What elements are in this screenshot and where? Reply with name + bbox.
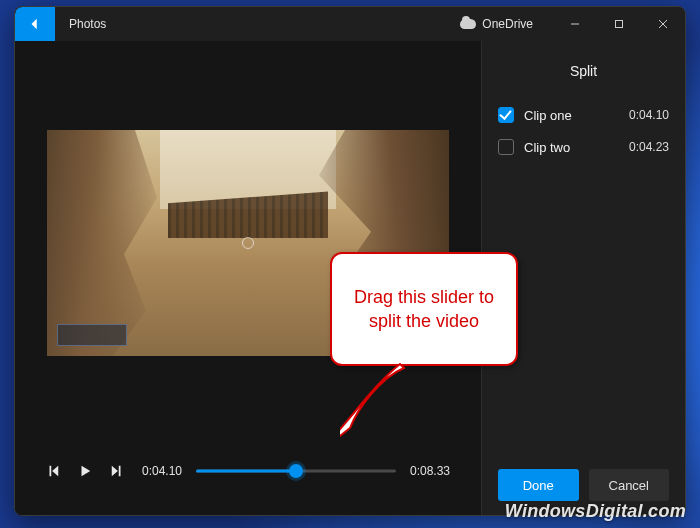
step-forward-icon	[110, 464, 124, 478]
play-icon	[78, 464, 92, 478]
watermark: WindowsDigital.com	[505, 501, 686, 522]
split-panel-buttons: Done Cancel	[498, 459, 669, 501]
prev-frame-button[interactable]	[42, 460, 64, 482]
arrow-left-icon	[28, 17, 42, 31]
clip-2-label: Clip two	[524, 140, 570, 155]
scene-cliff-left	[47, 130, 157, 356]
clip-2-checkbox[interactable]	[498, 139, 514, 155]
current-time: 0:04.10	[138, 464, 186, 478]
clip-1-time: 0:04.10	[629, 108, 669, 122]
split-panel-title: Split	[498, 55, 669, 99]
minimize-icon	[570, 19, 580, 29]
window-controls	[553, 7, 685, 41]
step-back-icon	[46, 464, 60, 478]
slider-fill	[196, 470, 296, 473]
annotation-text: Drag this slider to split the video	[344, 285, 504, 334]
total-time: 0:08.33	[406, 464, 454, 478]
titlebar: Photos OneDrive	[15, 7, 685, 41]
done-button-label: Done	[523, 478, 554, 493]
clip-row-2[interactable]: Clip two 0:04.23	[498, 131, 669, 163]
cancel-button[interactable]: Cancel	[589, 469, 670, 501]
watermark-text: WindowsDigital.com	[505, 501, 686, 521]
done-button[interactable]: Done	[498, 469, 579, 501]
maximize-button[interactable]	[597, 7, 641, 41]
onedrive-status[interactable]: OneDrive	[460, 7, 553, 41]
back-button[interactable]	[15, 7, 55, 41]
player-controls: 0:04.10 0:08.33	[15, 445, 481, 515]
svg-rect-1	[616, 21, 623, 28]
slider-thumb[interactable]	[289, 464, 303, 478]
titlebar-drag-area[interactable]	[120, 7, 460, 41]
next-frame-button[interactable]	[106, 460, 128, 482]
play-button[interactable]	[74, 460, 96, 482]
clip-2-time: 0:04.23	[629, 140, 669, 154]
app-title: Photos	[55, 7, 120, 41]
video-preview-area	[15, 41, 481, 445]
cancel-button-label: Cancel	[609, 478, 649, 493]
close-icon	[658, 19, 668, 29]
clip-1-checkbox[interactable]	[498, 107, 514, 123]
scene-hud-left	[57, 324, 127, 346]
close-button[interactable]	[641, 7, 685, 41]
annotation-callout: Drag this slider to split the video	[330, 252, 518, 366]
onedrive-label: OneDrive	[482, 17, 533, 31]
scene-crosshair	[242, 237, 254, 249]
clip-1-label: Clip one	[524, 108, 572, 123]
cloud-icon	[460, 19, 476, 29]
minimize-button[interactable]	[553, 7, 597, 41]
maximize-icon	[614, 19, 624, 29]
clip-row-1[interactable]: Clip one 0:04.10	[498, 99, 669, 131]
